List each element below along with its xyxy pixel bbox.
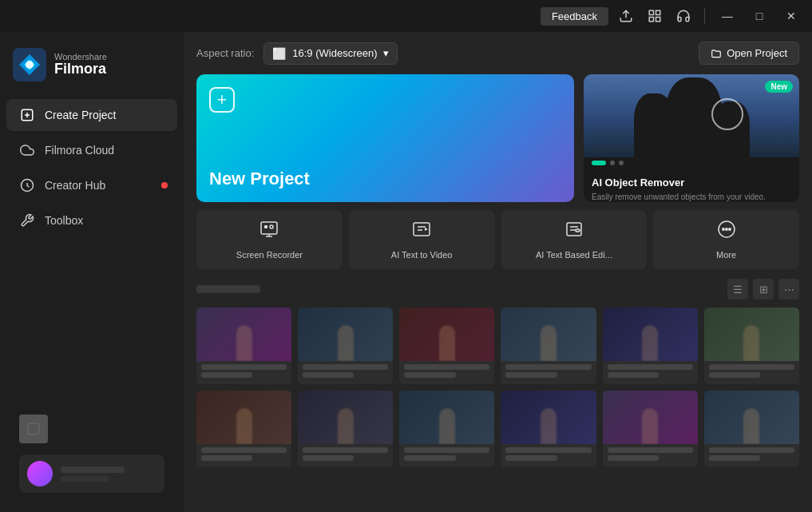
sidebar-item-creator-hub[interactable]: Creator Hub <box>6 169 177 201</box>
more-icon <box>717 220 736 244</box>
sidebar-item-create-project[interactable]: Create Project <box>6 99 177 131</box>
thumb-info-1 <box>196 361 291 384</box>
video-thumb-2[interactable] <box>298 308 393 384</box>
thumb-bar <box>201 364 287 370</box>
profile-subtitle <box>61 476 109 482</box>
new-project-plus-icon: + <box>209 87 235 113</box>
creator-hub-icon <box>19 177 35 193</box>
thumb-img-8 <box>298 391 393 444</box>
grid-icon[interactable] <box>644 5 666 27</box>
thumb-bar-short <box>303 455 354 461</box>
video-thumb-12[interactable] <box>704 391 799 467</box>
ai-feature-image: New <box>584 74 799 157</box>
thumb-bar <box>303 447 388 453</box>
feedback-button[interactable]: Feedback <box>541 7 608 26</box>
new-project-title: New Project <box>209 169 561 189</box>
upload-icon[interactable] <box>615 5 637 27</box>
thumb-bar <box>709 447 794 453</box>
screen-recorder-label: Screen Recorder <box>236 250 303 260</box>
dot-2[interactable] <box>610 161 615 165</box>
figure-4 <box>541 325 557 361</box>
thumb-info-9 <box>399 444 494 467</box>
svg-point-20 <box>725 228 727 230</box>
video-thumb-3[interactable] <box>399 308 494 384</box>
profile-info <box>61 466 156 482</box>
new-project-card[interactable]: + New Project <box>196 74 574 202</box>
video-thumb-6[interactable] <box>704 308 799 384</box>
profile-bar[interactable] <box>19 454 164 493</box>
svg-rect-17 <box>576 229 580 232</box>
svg-rect-10 <box>261 222 277 234</box>
quick-actions: Screen Recorder AI Text to Video <box>184 202 812 269</box>
thumb-bar-short <box>505 455 557 461</box>
sidebar-item-toolbox[interactable]: Toolbox <box>6 204 177 236</box>
svg-point-21 <box>728 228 730 230</box>
ai-feature-info: AI Object Remover Easily remove unwanted… <box>584 170 799 202</box>
video-thumb-8[interactable] <box>298 391 393 467</box>
logo-area: Wondershare Filmora <box>0 40 184 97</box>
video-thumb-10[interactable] <box>501 391 596 467</box>
top-bar: Aspect ratio: ⬜ 16:9 (Widescreen) ▾ Open… <box>184 32 812 74</box>
thumb-bar-short <box>201 372 252 378</box>
thumb-bar-short <box>404 455 455 461</box>
grid-view-button[interactable]: ⊞ <box>753 279 774 300</box>
create-project-icon <box>19 107 35 123</box>
thumb-bar <box>505 447 591 453</box>
main-layout: Wondershare Filmora Create Project Filmo… <box>0 32 812 512</box>
maximize-button[interactable]: □ <box>747 5 772 27</box>
more-options-button[interactable]: ⋯ <box>778 279 799 300</box>
ai-text-to-video-label: AI Text to Video <box>391 250 453 260</box>
thumb-info-2 <box>298 361 393 384</box>
svg-point-12 <box>270 225 273 228</box>
ai-text-based-edit-label: AI Text Based Edi... <box>536 250 612 260</box>
video-thumb-4[interactable] <box>501 308 596 384</box>
video-thumb-7[interactable] <box>196 391 291 467</box>
video-thumb-5[interactable] <box>603 308 698 384</box>
list-view-button[interactable]: ☰ <box>727 279 748 300</box>
dot-3[interactable] <box>619 161 624 165</box>
thumb-img-3 <box>399 308 494 361</box>
video-thumb-9[interactable] <box>399 391 494 467</box>
product-name: Filmora <box>54 62 107 77</box>
object-remove-circle <box>711 98 743 130</box>
quick-action-more[interactable]: More <box>653 210 799 269</box>
text-based-edit-icon <box>564 220 584 244</box>
thumb-bar-short <box>303 372 354 378</box>
video-thumb-1[interactable] <box>196 308 291 384</box>
headset-icon[interactable] <box>672 5 695 27</box>
thumb-bar-short <box>608 372 659 378</box>
recent-section: ☰ ⊞ ⋯ <box>184 269 812 512</box>
figure-12 <box>743 408 759 444</box>
open-project-label: Open Project <box>727 47 787 59</box>
aspect-value: 16:9 (Widescreen) <box>292 47 377 59</box>
recent-header: ☰ ⊞ ⋯ <box>196 279 799 300</box>
quick-action-ai-text-to-video[interactable]: AI Text to Video <box>349 210 495 269</box>
titlebar: Feedback — □ ✕ <box>0 0 812 32</box>
thumb-img-5 <box>603 308 698 361</box>
logo-text: Wondershare Filmora <box>54 52 107 77</box>
dot-1[interactable] <box>592 161 606 165</box>
open-project-button[interactable]: Open Project <box>699 42 799 65</box>
figure-9 <box>439 408 455 444</box>
figure-7 <box>236 408 252 444</box>
svg-rect-1 <box>649 10 653 14</box>
new-badge: New <box>765 81 793 93</box>
minimize-button[interactable]: — <box>715 5 740 27</box>
sidebar: Wondershare Filmora Create Project Filmo… <box>0 32 184 512</box>
quick-action-ai-text-based-edit[interactable]: AI Text Based Edi... <box>501 210 648 269</box>
sidebar-item-filmora-cloud[interactable]: Filmora Cloud <box>6 134 177 166</box>
more-label: More <box>716 250 736 260</box>
close-button[interactable]: ✕ <box>778 5 804 27</box>
ai-feature-card[interactable]: New AI Object Remover Easily remove unwa… <box>584 74 799 202</box>
figure-3 <box>439 325 455 361</box>
app-logo <box>13 48 46 81</box>
svg-rect-3 <box>649 18 653 22</box>
text-to-video-icon <box>412 220 431 244</box>
video-thumb-11[interactable] <box>603 391 698 467</box>
video-grid <box>196 308 799 467</box>
thumb-info-12 <box>704 444 799 467</box>
aspect-ratio-select[interactable]: ⬜ 16:9 (Widescreen) ▾ <box>263 42 398 65</box>
quick-action-screen-recorder[interactable]: Screen Recorder <box>196 210 343 269</box>
thumb-img-2 <box>298 308 393 361</box>
svg-point-6 <box>26 61 34 69</box>
